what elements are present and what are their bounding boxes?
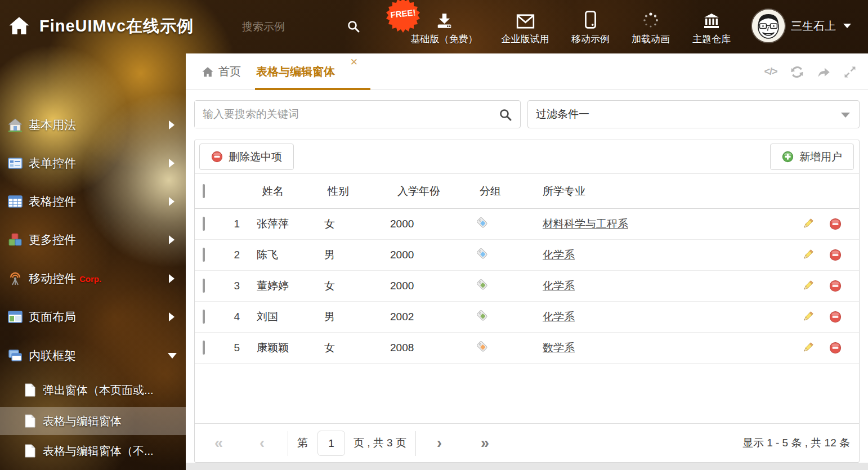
menu-item-theme-store[interactable]: 主题仓库 — [692, 11, 731, 46]
minus-circle-icon — [211, 151, 223, 163]
envelope-icon — [516, 11, 534, 29]
row-checkbox[interactable] — [203, 248, 205, 262]
home-icon — [8, 118, 23, 132]
edit-icon[interactable] — [802, 342, 814, 354]
sidebar-subitem-grid-edit-window-2[interactable]: 表格与编辑窗体（不... — [0, 437, 186, 465]
home-icon[interactable] — [8, 15, 30, 37]
add-user-button[interactable]: 新增用户 — [770, 144, 854, 170]
table-row: 4 刘国 男 2002 化学系 — [195, 302, 859, 333]
tag-icon — [476, 310, 489, 322]
pagination-bar: « ‹ 第 页 , 共 3 页 › » 显示 1 - 5 条 , 共 12 条 — [195, 423, 859, 462]
page-number-input[interactable] — [317, 431, 345, 456]
column-header-name[interactable]: 姓名 — [257, 184, 324, 199]
chevron-down-icon — [168, 353, 177, 359]
delete-icon[interactable] — [829, 311, 842, 323]
edit-icon[interactable] — [802, 280, 814, 292]
chevron-down-icon — [843, 24, 851, 28]
sidebar-subitem-grid-edit-window[interactable]: 表格与编辑窗体 — [0, 407, 186, 435]
sidebar-item-grid-controls[interactable]: 表格控件 — [0, 186, 186, 217]
major-link[interactable]: 数学系 — [543, 342, 575, 353]
row-number: 4 — [221, 311, 243, 323]
grid-toolbar: 删除选中项 新增用户 — [195, 140, 859, 174]
open-new-window-icon[interactable] — [817, 65, 830, 79]
row-number: 5 — [221, 342, 243, 354]
refresh-icon[interactable] — [790, 65, 804, 79]
divider — [288, 431, 288, 456]
tab-tools: </> — [764, 53, 857, 90]
delete-selected-button[interactable]: 删除选中项 — [199, 144, 294, 170]
tab-bar: 首页 表格与编辑窗体 ✕ </> — [186, 53, 868, 90]
row-checkbox[interactable] — [203, 341, 205, 355]
delete-icon[interactable] — [829, 218, 842, 230]
major-link[interactable]: 化学系 — [543, 311, 575, 323]
sidebar-item-mobile-controls[interactable]: 移动控件 Corp. — [0, 263, 186, 294]
select-all-checkbox[interactable] — [203, 184, 205, 198]
sidebar-subitem-popup-window[interactable]: 弹出窗体（本页面或... — [0, 376, 186, 404]
tag-icon — [476, 217, 489, 229]
source-code-icon[interactable]: </> — [764, 65, 777, 79]
user-menu[interactable]: 三生石上 — [752, 10, 851, 42]
record-summary: 显示 1 - 5 条 , 共 12 条 — [742, 436, 850, 450]
delete-icon[interactable] — [829, 280, 842, 292]
page-prefix: 第 — [297, 436, 308, 450]
app-window: FineUIMvc在线示例 FREE! 基础版（免费） 企业版试用 — [0, 0, 868, 470]
filter-dropdown[interactable]: 过滤条件一 — [527, 100, 860, 128]
mobile-icon — [584, 11, 597, 29]
search-icon[interactable] — [499, 108, 512, 122]
sidebar-subitem-child-to-parent[interactable]: 子窗口向父窗口传值 — [0, 467, 186, 470]
delete-icon[interactable] — [829, 342, 842, 354]
menu-item-loading-animation[interactable]: 加载动画 — [632, 11, 670, 46]
next-page-button[interactable]: › — [437, 436, 442, 451]
row-checkbox[interactable] — [203, 279, 205, 293]
grid-panel: 删除选中项 新增用户 姓名 性别 入学年份 分组 所学专业 1 — [194, 140, 860, 463]
major-link[interactable]: 化学系 — [543, 249, 575, 261]
sidebar-item-more-controls[interactable]: 更多控件 — [0, 225, 186, 255]
row-checkbox[interactable] — [203, 217, 205, 231]
sidebar-item-form-controls[interactable]: 表单控件 — [0, 148, 186, 178]
table-header: 姓名 性别 入学年份 分组 所学专业 — [195, 174, 859, 209]
corp-badge: Corp. — [79, 274, 101, 284]
column-header-year[interactable]: 入学年份 — [390, 184, 476, 199]
menu-item-mobile-demo[interactable]: 移动示例 — [571, 11, 610, 46]
cell-name: 陈飞 — [257, 248, 324, 262]
layout-icon — [8, 310, 23, 324]
menu-item-basic-edition[interactable]: 基础版（免费） — [411, 11, 478, 46]
page-suffix: 页 , 共 3 页 — [354, 436, 406, 450]
header-search-input[interactable] — [242, 16, 338, 38]
edit-icon[interactable] — [802, 249, 814, 261]
keyword-search-input[interactable] — [195, 101, 487, 128]
avatar — [752, 10, 785, 42]
form-icon — [8, 156, 23, 171]
sidebar-item-iframe[interactable]: 内联框架 — [0, 341, 186, 371]
plus-circle-icon — [782, 151, 794, 163]
row-number: 1 — [221, 218, 243, 230]
last-page-button[interactable]: » — [481, 436, 489, 451]
column-header-gender[interactable]: 性别 — [324, 184, 390, 199]
edit-icon[interactable] — [802, 311, 814, 323]
delete-icon[interactable] — [829, 249, 842, 261]
tag-icon — [476, 279, 489, 291]
search-icon[interactable] — [347, 20, 360, 33]
tab-home[interactable]: 首页 — [202, 53, 241, 90]
tag-icon — [476, 341, 489, 353]
row-checkbox[interactable] — [203, 310, 205, 324]
table-row: 5 康颖颖 女 2008 数学系 — [195, 333, 859, 364]
fullscreen-icon[interactable] — [843, 65, 857, 79]
sidebar-item-basic-usage[interactable]: 基本用法 — [0, 110, 186, 140]
close-icon[interactable]: ✕ — [350, 56, 358, 68]
table-row: 1 张萍萍 女 2000 材料科学与工程系 — [195, 209, 859, 240]
major-link[interactable]: 材料科学与工程系 — [543, 218, 628, 230]
column-header-group[interactable]: 分组 — [476, 184, 543, 199]
download-icon — [436, 11, 453, 29]
cell-gender: 女 — [324, 217, 390, 231]
cell-name: 张萍萍 — [257, 217, 324, 231]
column-header-major[interactable]: 所学专业 — [543, 184, 791, 199]
major-link[interactable]: 化学系 — [543, 280, 575, 292]
edit-icon[interactable] — [802, 218, 814, 230]
menu-item-enterprise-trial[interactable]: 企业版试用 — [502, 11, 549, 46]
sidebar-item-page-layout[interactable]: 页面布局 — [0, 302, 186, 332]
first-page-button[interactable]: « — [214, 436, 223, 451]
chevron-right-icon — [169, 197, 175, 206]
tab-grid-edit-window[interactable]: 表格与编辑窗体 ✕ — [255, 53, 370, 90]
prev-page-button[interactable]: ‹ — [259, 436, 265, 451]
